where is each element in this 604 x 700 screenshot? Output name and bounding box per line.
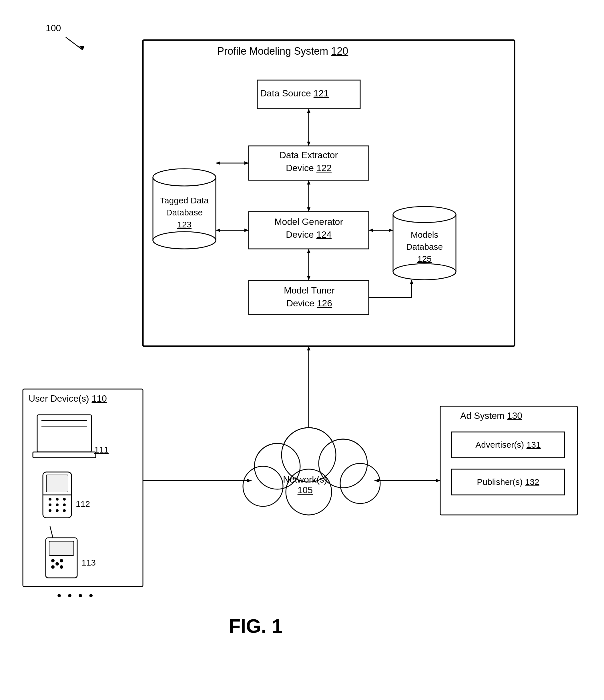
svg-point-68 [56,498,59,501]
svg-point-40 [340,464,380,503]
svg-marker-33 [410,280,413,284]
svg-point-71 [56,503,59,506]
svg-point-26 [393,206,456,223]
pms-title: Profile Modeling System 120 [217,45,348,57]
svg-marker-1 [79,46,84,50]
model-generator-label: Model Generator Device 124 [251,216,366,241]
device-111-label: 111 [94,445,109,454]
network-label: Network(s) 105 [283,474,327,496]
svg-marker-11 [307,180,310,184]
svg-point-83 [55,562,59,566]
models-db-label: Models Database 125 [390,229,459,265]
ad-system-title: Ad System 130 [460,410,522,421]
svg-point-38 [282,428,336,482]
svg-marker-54 [436,479,440,482]
svg-marker-53 [374,479,379,482]
publisher-label: Publisher(s) 132 [454,477,562,487]
fig-label: FIG. 1 [229,615,283,637]
svg-rect-60 [33,452,96,458]
svg-marker-8 [307,109,310,113]
svg-point-69 [63,498,66,501]
device-112-label: 112 [76,499,90,509]
svg-line-77 [50,526,53,538]
user-devices-title: User Device(s) 110 [29,393,107,404]
ref-100-label: 100 [46,23,61,33]
svg-rect-78 [49,541,74,555]
svg-point-75 [63,509,66,512]
advertiser-label: Advertiser(s) 131 [454,440,562,450]
devices-dots: • • • • [57,589,95,602]
device-113-label: 113 [81,558,96,568]
svg-rect-76 [46,538,77,578]
svg-marker-24 [244,229,249,232]
svg-rect-59 [37,415,91,452]
svg-point-82 [60,565,63,569]
tagged-db-label: Tagged Data Database 123 [150,195,219,230]
svg-point-74 [56,509,59,512]
svg-marker-15 [307,276,310,280]
svg-point-72 [63,503,66,506]
svg-marker-36 [307,442,310,446]
svg-point-79 [51,559,55,562]
svg-point-70 [49,503,51,506]
svg-marker-35 [307,346,310,350]
svg-point-27 [393,264,456,280]
svg-rect-66 [46,475,68,492]
svg-line-0 [66,37,83,50]
svg-rect-64 [43,472,72,518]
svg-point-42 [243,466,283,506]
data-source-label: Data Source 121 [260,88,329,99]
svg-point-81 [51,565,55,569]
svg-marker-51 [247,479,252,482]
svg-marker-9 [307,142,310,146]
svg-point-18 [153,232,216,249]
data-extractor-label: Data Extractor Device 122 [252,149,366,175]
svg-point-67 [49,498,51,501]
svg-marker-29 [369,229,373,232]
svg-point-47 [340,464,380,503]
svg-marker-12 [307,207,310,212]
model-tuner-label: Model Tuner Device 126 [252,284,367,310]
diagram: 100 [0,0,604,700]
svg-point-17 [153,169,216,186]
svg-rect-56 [440,406,577,515]
svg-rect-55 [23,389,143,586]
svg-point-73 [49,509,51,512]
svg-point-80 [60,559,63,562]
svg-point-49 [243,466,283,506]
svg-marker-20 [216,161,220,165]
svg-point-45 [282,428,336,482]
svg-marker-14 [307,249,310,253]
svg-marker-21 [244,161,249,165]
